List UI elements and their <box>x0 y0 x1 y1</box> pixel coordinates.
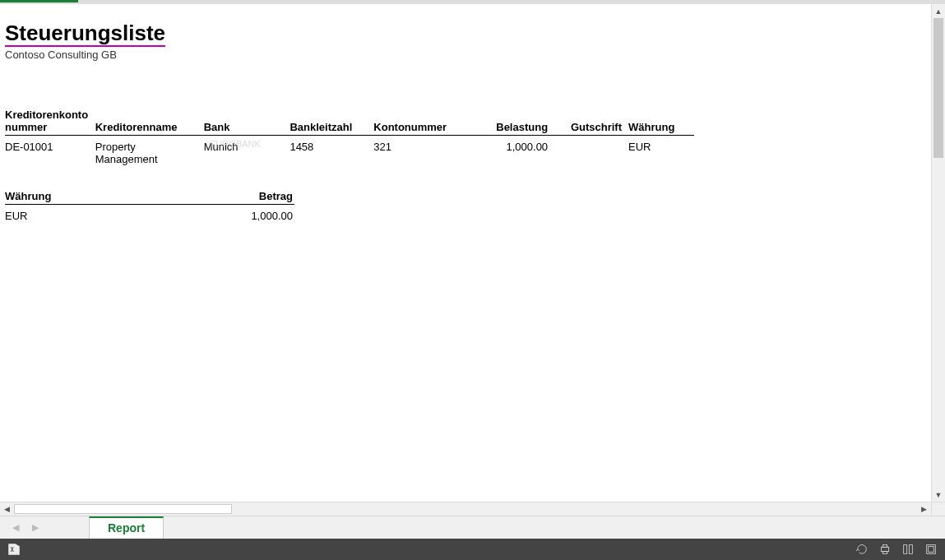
cell-kreditorenname: Property Management <box>95 136 204 169</box>
col-belastung: Belastung <box>472 107 554 136</box>
scroll-down-button[interactable]: ▼ <box>932 488 945 502</box>
page-title: Steuerungsliste <box>5 22 165 47</box>
prev-sheet-button[interactable]: ◀ <box>8 521 23 535</box>
svg-rect-6 <box>929 547 934 553</box>
cell-belastung: 1,000.00 <box>472 136 554 169</box>
h-scroll-thumb[interactable] <box>14 504 232 514</box>
col-gutschrift: Gutschrift <box>554 107 628 136</box>
col-bank: Bank <box>204 107 290 136</box>
col-waehrung: Währung <box>628 107 694 136</box>
col-waehrung-sum: Währung <box>5 188 211 205</box>
col-kreditorenname: Kreditorenname <box>95 107 204 136</box>
col-kreditorenkonto: Kreditorenkontonummer <box>5 107 95 136</box>
col-blz: Bankleitzahl <box>290 107 373 136</box>
page-layout-icon[interactable] <box>899 540 917 558</box>
table-header-row: Kreditorenkontonummer Kreditorenname Ban… <box>5 107 694 136</box>
sheet-tab-report[interactable]: Report <box>89 516 164 539</box>
cell-kreditorenkonto: DE-01001 <box>5 136 95 169</box>
v-scroll-track[interactable] <box>932 18 945 488</box>
app-window: Steuerungsliste Contoso Consulting GB EU… <box>0 0 945 560</box>
cell-bank: Munich <box>204 136 290 169</box>
print-icon[interactable] <box>876 540 894 558</box>
svg-rect-1 <box>882 545 887 548</box>
v-scroll-thumb[interactable] <box>933 18 943 158</box>
excel-icon <box>5 542 23 557</box>
svg-rect-5 <box>927 545 936 554</box>
svg-rect-0 <box>881 547 888 551</box>
report-page: Steuerungsliste Contoso Consulting GB EU… <box>0 4 931 502</box>
scroll-right-button[interactable]: ▶ <box>917 502 931 516</box>
col-betrag-sum: Betrag <box>211 188 294 205</box>
refresh-icon[interactable] <box>853 540 871 558</box>
cell-waehrung-sum: EUR <box>5 205 211 226</box>
table-row: EUR 1,000.00 <box>5 205 294 226</box>
cell-waehrung: EUR <box>628 136 694 169</box>
status-bar <box>0 539 945 560</box>
scroll-left-button[interactable]: ◀ <box>0 502 14 516</box>
main-table: Kreditorenkontonummer Kreditorenname Ban… <box>5 107 694 169</box>
h-scroll-track[interactable] <box>14 502 917 516</box>
cell-blz: 1458 <box>290 136 373 169</box>
sheet-tabs-bar: ◀ ▶ Report <box>0 516 945 539</box>
svg-rect-4 <box>909 545 912 554</box>
col-kontonr: Kontonummer <box>373 107 472 136</box>
next-sheet-button[interactable]: ▶ <box>28 521 43 535</box>
cell-betrag-sum: 1,000.00 <box>211 205 294 226</box>
scroll-corner <box>931 502 945 516</box>
svg-rect-3 <box>904 545 907 554</box>
horizontal-scrollbar[interactable]: ◀ ▶ <box>0 502 931 516</box>
fullscreen-icon[interactable] <box>922 540 940 558</box>
svg-rect-2 <box>882 552 887 554</box>
company-name: Contoso Consulting GB <box>5 49 926 61</box>
document-viewport: Steuerungsliste Contoso Consulting GB EU… <box>0 4 945 516</box>
cell-kontonr: 321 <box>373 136 472 169</box>
cell-gutschrift <box>554 136 628 169</box>
table-row: DE-01001 Property Management Munich 1458… <box>5 136 694 169</box>
summary-table: Währung Betrag EUR 1,000.00 <box>5 188 294 225</box>
scroll-up-button[interactable]: ▲ <box>932 4 945 18</box>
vertical-scrollbar[interactable]: ▲ ▼ <box>931 4 945 502</box>
top-accent <box>0 0 78 2</box>
